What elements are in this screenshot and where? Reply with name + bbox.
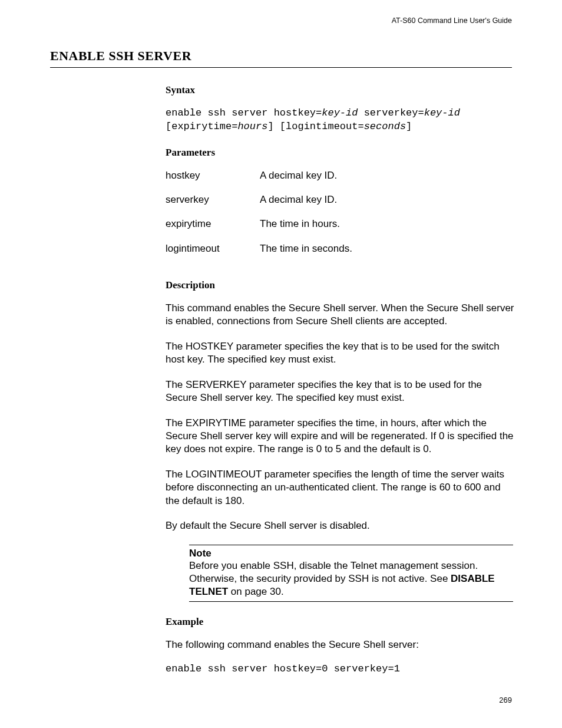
param-desc: The time in seconds. (260, 242, 515, 266)
title-rule (50, 67, 512, 68)
table-row: hostkey A decimal key ID. (166, 169, 515, 193)
syntax-literal: serverkey= (358, 107, 424, 118)
running-header: AT-S60 Command Line User's Guide (50, 17, 512, 25)
note-body: Before you enable SSH, disable the Telne… (189, 560, 478, 584)
param-desc: The time in hours. (260, 218, 515, 242)
param-name: logintimeout (166, 242, 260, 266)
syntax-literal: ] [logintimeout= (267, 121, 363, 132)
param-name: expirytime (166, 218, 260, 242)
param-desc: A decimal key ID. (260, 169, 515, 193)
page-number: 269 (499, 696, 512, 704)
syntax-param: key-id (322, 107, 358, 118)
heading-parameters: Parameters (166, 147, 515, 159)
description-paragraph: The LOGINTIMEOUT parameter specifies the… (166, 468, 515, 508)
table-row: serverkey A decimal key ID. (166, 193, 515, 218)
heading-description: Description (166, 279, 515, 291)
syntax-literal: [expirytime= (166, 121, 237, 132)
description-paragraph: By default the Secure Shell server is di… (166, 519, 515, 532)
note-rule-bottom (189, 601, 513, 602)
syntax-param: key-id (424, 107, 460, 118)
example-command: enable ssh server hostkey=0 serverkey=1 (166, 663, 515, 674)
body-column: Syntax enable ssh server hostkey=key-id … (166, 84, 515, 674)
description-paragraph: The EXPIRYTIME parameter specifies the t… (166, 417, 515, 456)
description-paragraph: The HOSTKEY parameter specifies the key … (166, 340, 515, 367)
note-label: Note (189, 548, 513, 559)
note-body: on page 30. (228, 586, 284, 597)
example-intro: The following command enables the Secure… (166, 638, 515, 651)
parameters-table: hostkey A decimal key ID. serverkey A de… (166, 169, 515, 266)
heading-example: Example (166, 616, 515, 628)
syntax-param: seconds (364, 121, 406, 132)
command-title: ENABLE SSH SERVER (50, 48, 512, 64)
note-rule-top (189, 545, 513, 545)
syntax-text: enable ssh server hostkey=key-id serverk… (166, 107, 515, 134)
page: AT-S60 Command Line User's Guide ENABLE … (0, 0, 562, 728)
param-name: hostkey (166, 169, 260, 193)
heading-syntax: Syntax (166, 84, 515, 96)
syntax-param: hours (237, 121, 267, 132)
description-paragraph: This command enables the Secure Shell se… (166, 302, 515, 328)
syntax-literal: enable ssh server hostkey= (166, 107, 322, 118)
param-desc: A decimal key ID. (260, 193, 515, 218)
note-block: Note Before you enable SSH, disable the … (189, 545, 513, 602)
description-paragraph: The SERVERKEY parameter specifies the ke… (166, 378, 515, 405)
table-row: expirytime The time in hours. (166, 218, 515, 242)
syntax-literal: ] (406, 121, 412, 132)
table-row: logintimeout The time in seconds. (166, 242, 515, 266)
param-name: serverkey (166, 193, 260, 218)
note-text: Before you enable SSH, disable the Telne… (189, 559, 513, 599)
